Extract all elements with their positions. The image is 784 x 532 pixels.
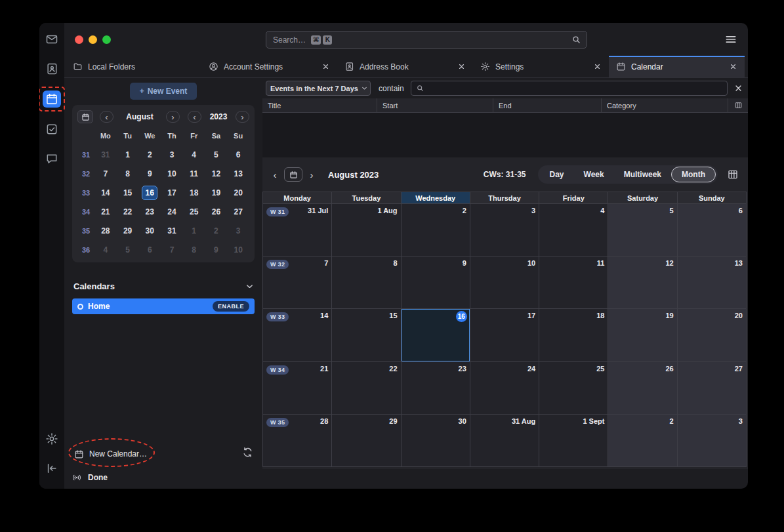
month-day-cell[interactable]: 1 Aug xyxy=(332,204,401,256)
month-day-cell[interactable]: W 3528 xyxy=(263,415,332,467)
month-day-cell[interactable]: 20 xyxy=(678,309,747,361)
space-settings-button[interactable] xyxy=(44,431,60,447)
month-day-cell[interactable]: 4 xyxy=(539,204,608,256)
month-day-cell[interactable]: 9 xyxy=(402,256,470,309)
space-address-book-button[interactable] xyxy=(44,61,60,77)
month-day-cell[interactable]: 16 xyxy=(402,309,470,361)
month-day-cell[interactable]: W 3314 xyxy=(263,309,332,361)
mini-calendar-day[interactable]: 27 xyxy=(230,205,246,219)
mini-calendar-day[interactable]: 31 xyxy=(164,224,180,238)
month-day-cell[interactable]: 8 xyxy=(332,256,401,309)
month-day-cell[interactable]: 19 xyxy=(608,309,677,361)
month-day-cell[interactable]: 3 xyxy=(470,204,539,256)
mini-calendar-day[interactable]: 25 xyxy=(186,205,202,219)
mini-calendar-day[interactable]: 5 xyxy=(120,243,136,257)
month-day-cell[interactable]: 2 xyxy=(608,415,677,467)
month-day-cell[interactable]: 27 xyxy=(678,362,747,415)
close-icon[interactable] xyxy=(733,83,743,93)
mini-calendar-day[interactable]: 3 xyxy=(230,224,246,238)
mini-calendar-day[interactable]: 3 xyxy=(164,148,180,162)
mini-calendar-day[interactable]: 17 xyxy=(164,186,180,200)
month-day-cell[interactable]: 23 xyxy=(402,362,470,415)
sync-icon[interactable] xyxy=(242,447,253,458)
mini-calendar-day[interactable]: 2 xyxy=(208,224,224,238)
mini-calendar-day[interactable]: 14 xyxy=(98,186,113,200)
month-day-cell[interactable]: 18 xyxy=(539,309,608,361)
mini-calendar-day[interactable]: 4 xyxy=(98,243,113,257)
month-day-cell[interactable]: 12 xyxy=(608,256,677,309)
mini-calendar-day[interactable]: 29 xyxy=(120,224,136,238)
month-day-cell[interactable]: 11 xyxy=(539,256,608,309)
mini-calendar-day[interactable]: 30 xyxy=(142,224,157,238)
mini-calendar-day[interactable]: 31 xyxy=(98,148,113,162)
grid-view-icon[interactable] xyxy=(727,169,739,180)
mini-calendar-day[interactable]: 20 xyxy=(230,186,246,200)
mini-calendar-day[interactable]: 19 xyxy=(208,186,224,200)
month-day-cell[interactable]: 26 xyxy=(608,362,677,415)
mini-calendar-day[interactable]: 1 xyxy=(120,148,136,162)
minimize-window-button[interactable] xyxy=(89,35,97,44)
space-mail-button[interactable] xyxy=(44,31,60,47)
month-day-cell[interactable]: 29 xyxy=(332,415,401,467)
month-day-cell[interactable]: 6 xyxy=(678,204,747,256)
month-day-cell[interactable]: 31 Aug xyxy=(470,415,539,467)
column-header-category[interactable]: Category xyxy=(602,98,728,112)
space-collapse-button[interactable] xyxy=(44,460,60,476)
month-day-cell[interactable]: 3 xyxy=(678,415,747,467)
view-week-button[interactable]: Week xyxy=(574,165,614,184)
tab-address-book[interactable]: Address Book xyxy=(337,56,473,77)
previous-year-button[interactable]: ‹ xyxy=(188,111,201,123)
month-day-cell[interactable]: 15 xyxy=(332,309,401,361)
month-day-cell[interactable]: W 327 xyxy=(263,256,332,309)
space-calendar-button[interactable] xyxy=(43,91,61,108)
month-day-cell[interactable]: 5 xyxy=(608,204,677,256)
month-day-cell[interactable]: 10 xyxy=(470,256,539,309)
next-year-button[interactable]: › xyxy=(236,111,249,123)
close-icon[interactable] xyxy=(457,62,466,71)
mini-calendar-day[interactable]: 21 xyxy=(98,205,113,219)
next-period-button[interactable]: › xyxy=(304,167,319,182)
view-multiweek-button[interactable]: Multiweek xyxy=(614,165,671,184)
space-chat-button[interactable] xyxy=(44,151,60,167)
mini-calendar-day[interactable]: 24 xyxy=(164,205,180,219)
mini-calendar-day[interactable]: 2 xyxy=(142,148,157,162)
event-search-input[interactable] xyxy=(411,81,728,96)
column-header-start[interactable]: Start xyxy=(377,98,493,112)
close-icon[interactable] xyxy=(321,62,330,71)
close-icon[interactable] xyxy=(593,62,602,71)
previous-period-button[interactable]: ‹ xyxy=(268,167,282,182)
mini-calendar-day[interactable]: 6 xyxy=(230,148,246,162)
app-menu-icon[interactable] xyxy=(724,33,737,46)
tab-local-folders[interactable]: Local Folders xyxy=(66,56,201,77)
column-picker-button[interactable] xyxy=(728,98,748,112)
mini-calendar-today-button[interactable] xyxy=(77,110,93,123)
mini-calendar-day[interactable]: 6 xyxy=(142,243,157,257)
new-calendar-button[interactable]: New Calendar… xyxy=(74,447,147,461)
close-icon[interactable] xyxy=(729,62,737,71)
next-month-button[interactable]: › xyxy=(166,111,180,123)
month-day-cell[interactable]: 13 xyxy=(678,256,747,309)
column-header-end[interactable]: End xyxy=(493,98,602,112)
mini-calendar-day[interactable]: 26 xyxy=(208,205,224,219)
go-to-today-button[interactable] xyxy=(284,167,302,182)
view-day-button[interactable]: Day xyxy=(540,165,574,184)
space-tasks-button[interactable] xyxy=(44,121,60,137)
mini-calendar-day[interactable]: 9 xyxy=(142,167,157,181)
mini-calendar-day[interactable]: 18 xyxy=(186,186,202,200)
mini-calendar-day[interactable]: 10 xyxy=(230,243,246,257)
month-day-cell[interactable]: W 3421 xyxy=(263,362,332,415)
zoom-window-button[interactable] xyxy=(102,35,111,44)
month-day-cell[interactable]: 24 xyxy=(470,362,539,415)
month-day-cell[interactable]: W 3131 Jul xyxy=(263,204,332,256)
month-day-cell[interactable]: 25 xyxy=(539,362,608,415)
mini-calendar-day[interactable]: 5 xyxy=(208,148,224,162)
month-day-cell[interactable]: 30 xyxy=(402,415,470,467)
previous-month-button[interactable]: ‹ xyxy=(100,111,113,123)
mini-calendar-day[interactable]: 15 xyxy=(120,186,136,200)
close-window-button[interactable] xyxy=(75,35,83,44)
tab-settings[interactable]: Settings xyxy=(473,56,609,77)
month-day-cell[interactable]: 17 xyxy=(470,309,539,361)
column-header-title[interactable]: Title xyxy=(262,98,377,112)
mini-calendar-day[interactable]: 12 xyxy=(208,167,224,181)
tab-account-settings[interactable]: Account Settings xyxy=(201,56,337,77)
